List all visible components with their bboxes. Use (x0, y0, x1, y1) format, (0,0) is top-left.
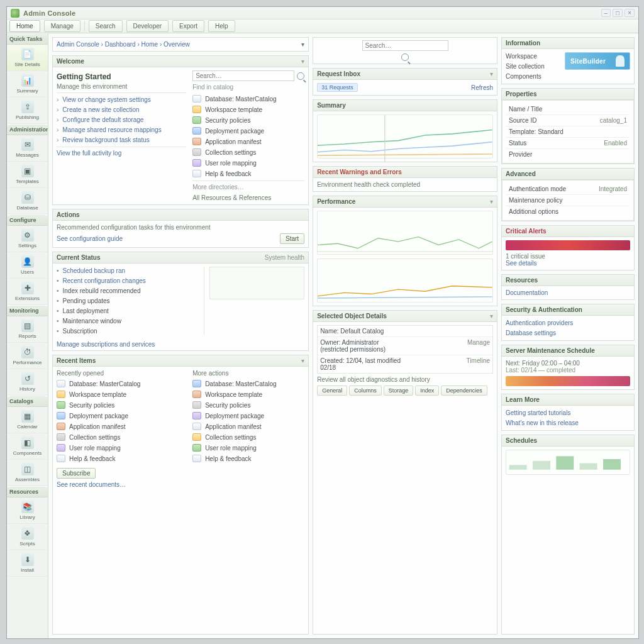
inbox-refresh[interactable]: Refresh (471, 84, 493, 91)
search-input[interactable] (192, 70, 294, 81)
chevron-down-icon[interactable]: ▾ (490, 313, 493, 319)
list-item[interactable]: Workspace template (192, 390, 304, 399)
list-item[interactable]: Application manifest (57, 422, 186, 431)
nav-item[interactable]: ⚙Settings (7, 226, 48, 252)
list-item[interactable]: •Index rebuild recommended (57, 287, 197, 295)
tab-home[interactable]: Home (9, 20, 40, 32)
list-item[interactable]: ›Configure the default storage (57, 116, 186, 124)
tab-help[interactable]: Help (208, 20, 235, 32)
list-item[interactable]: ›Create a new site collection (57, 106, 186, 114)
brand-banner[interactable]: SiteBuilder (565, 52, 630, 70)
mini-tab[interactable]: Columns (349, 386, 382, 396)
breadcrumb[interactable]: Admin Console › Dashboard › Home › Overv… (57, 41, 190, 48)
list-item[interactable]: Database: MasterCatalog (192, 379, 304, 388)
recent-see-more[interactable]: See recent documents… (57, 481, 186, 488)
list-item[interactable]: Collection settings (57, 433, 186, 441)
list-item[interactable]: •Scheduled backup ran (57, 267, 197, 275)
list-item[interactable]: Workspace (506, 52, 561, 60)
nav-item[interactable]: ▣Templates (7, 162, 48, 188)
list-item[interactable]: Security policies (57, 401, 186, 409)
nav-item[interactable]: ⇪Publishing (7, 97, 48, 124)
list-item[interactable]: Deployment package (192, 411, 304, 420)
tab-search[interactable]: Search (89, 20, 123, 32)
subscribe-button[interactable]: Subscribe (57, 468, 96, 479)
nav-item[interactable]: ⏱Performance (7, 343, 48, 369)
nav-item[interactable]: 📚Library (7, 497, 48, 524)
chevron-down-icon[interactable]: ▾ (301, 58, 304, 65)
details-review-link[interactable]: Review all object diagnostics and histor… (317, 376, 493, 383)
nav-item[interactable]: ↺History (7, 369, 48, 396)
list-item[interactable]: Deployment package (57, 411, 186, 420)
list-item[interactable]: What's new in this release (506, 419, 630, 427)
list-item[interactable]: •Recent configuration changes (57, 277, 197, 285)
search-icon[interactable] (401, 53, 409, 61)
nav-item[interactable]: 📄Site Details (7, 45, 48, 71)
list-item[interactable]: ›View or change system settings (57, 96, 186, 104)
nav-item[interactable]: ▤Reports (7, 316, 48, 343)
list-item[interactable]: Database: MasterCatalog (57, 379, 186, 388)
alert-line[interactable]: Environment health check completed (317, 181, 493, 188)
list-item[interactable]: •Last deployment (57, 307, 197, 315)
list-item[interactable]: Help & feedback (192, 454, 304, 463)
chevron-down-icon[interactable]: ▾ (490, 198, 493, 205)
tab-developer[interactable]: Developer (126, 20, 169, 32)
list-item[interactable]: User role mapping (192, 158, 304, 167)
list-item[interactable]: Security policies (192, 116, 304, 125)
list-item[interactable]: •Maintenance window (57, 317, 197, 325)
nav-item[interactable]: 👤Users (7, 252, 48, 279)
minimize-button[interactable]: – (601, 9, 611, 17)
resources-link[interactable]: Documentation (506, 289, 548, 296)
chevron-down-icon[interactable]: ▾ (490, 70, 493, 77)
list-item[interactable]: Database: MasterCatalog (192, 94, 304, 103)
table-cell-action[interactable]: Manage (406, 339, 490, 353)
list-item[interactable]: Help & feedback (192, 169, 304, 178)
list-item[interactable]: Application manifest (192, 137, 304, 146)
nav-item[interactable]: ⛁Database (7, 188, 48, 214)
list-item[interactable]: •Pending updates (57, 297, 197, 305)
nav-item[interactable]: ❖Scripts (7, 524, 48, 550)
list-item[interactable]: Workspace template (192, 105, 304, 114)
nav-item[interactable]: ◫Assembles (7, 460, 48, 486)
nav-item[interactable]: 📊Summary (7, 71, 48, 97)
panel-status-footer-link[interactable]: Manage subscriptions and services (53, 338, 308, 350)
list-item[interactable]: Deployment package (192, 126, 304, 135)
list-item[interactable]: Collection settings (192, 433, 304, 441)
nav-item[interactable]: ✉Messages (7, 135, 48, 162)
list-item[interactable]: Security policies (192, 401, 304, 409)
panel-actions-start-button[interactable]: Start (280, 233, 304, 244)
list-item[interactable]: Getting started tutorials (506, 409, 630, 417)
panel-actions-note[interactable]: See configuration guide (57, 235, 123, 242)
chevron-down-icon[interactable]: ▾ (301, 357, 304, 364)
list-item[interactable]: Help & feedback (57, 454, 186, 463)
critical-line2[interactable]: See details (506, 260, 630, 267)
list-item[interactable]: User role mapping (57, 443, 186, 452)
list-item[interactable]: User role mapping (192, 443, 304, 452)
tab-export[interactable]: Export (172, 20, 204, 32)
list-item[interactable]: Components (506, 72, 561, 80)
nav-item[interactable]: ⬇Install (7, 550, 48, 577)
list-item[interactable]: ›Manage shared resource mappings (57, 126, 186, 134)
tab-manage[interactable]: Manage (44, 20, 80, 32)
collapse-icon[interactable]: ▾ (301, 41, 304, 48)
list-item[interactable]: Collection settings (192, 148, 304, 157)
mini-tab[interactable]: Dependencies (441, 386, 487, 396)
nav-item[interactable]: ✚Extensions (7, 279, 48, 305)
list-item[interactable]: •Subscription (57, 327, 197, 335)
close-button[interactable]: × (625, 9, 635, 17)
list-item[interactable]: Authentication providers (506, 319, 630, 327)
list-item[interactable]: ›Review background task status (57, 136, 186, 144)
mini-tab[interactable]: Storage (384, 386, 414, 396)
list-item[interactable]: Site collection (506, 62, 561, 70)
welcome-secondary-link[interactable]: View the full activity log (57, 150, 186, 157)
search-input[interactable] (362, 40, 448, 51)
nav-item[interactable]: ▦Calendar (7, 407, 48, 433)
table-cell-action[interactable]: Timeline (406, 357, 490, 371)
search-icon[interactable] (297, 72, 304, 80)
list-item[interactable]: Database settings (506, 329, 630, 337)
maximize-button[interactable]: □ (613, 9, 623, 17)
list-item[interactable]: Application manifest (192, 422, 304, 431)
list-item[interactable]: Workspace template (57, 390, 186, 399)
mini-tab[interactable]: Index (415, 386, 439, 396)
nav-item[interactable]: ◧Components (7, 433, 48, 460)
mini-tab[interactable]: General (317, 386, 347, 396)
